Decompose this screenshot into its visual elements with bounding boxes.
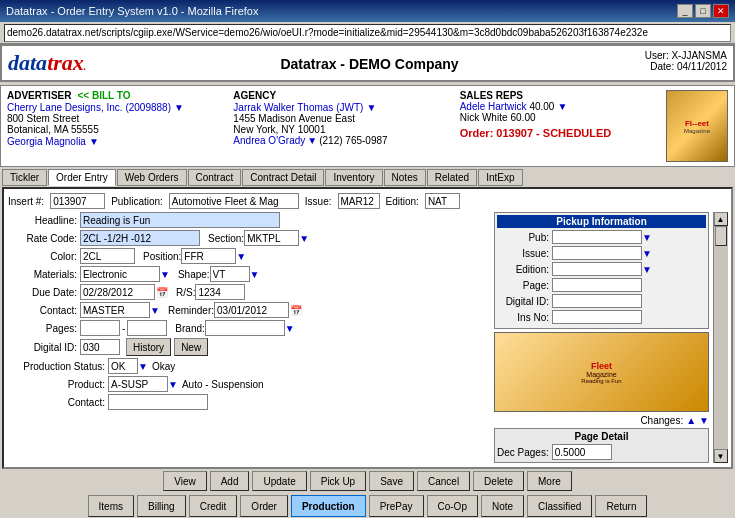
page-detail-box: Page Detail Dec Pages:: [494, 428, 709, 463]
reminder-input[interactable]: [214, 302, 289, 318]
pages-row: Pages: - Brand: ▼: [8, 320, 490, 336]
tab-web-orders[interactable]: Web Orders: [117, 169, 187, 186]
pickup-page-input[interactable]: [552, 278, 642, 292]
contact2-row: Contact:: [8, 394, 490, 410]
digital-id-input[interactable]: [80, 339, 120, 355]
edition-label: Edition:: [386, 196, 419, 207]
due-date-input[interactable]: [80, 284, 155, 300]
note-button[interactable]: Note: [481, 495, 524, 517]
section-arrow-icon[interactable]: ▼: [299, 233, 309, 244]
section-input[interactable]: [244, 230, 299, 246]
update-button[interactable]: Update: [252, 471, 306, 491]
tab-contract-detail[interactable]: Contract Detail: [242, 169, 324, 186]
return-button[interactable]: Return: [595, 495, 647, 517]
insert-input[interactable]: [50, 193, 105, 209]
pickup-pub-input[interactable]: [552, 230, 642, 244]
pickup-digital-input[interactable]: [552, 294, 642, 308]
items-button[interactable]: Items: [88, 495, 134, 517]
changes-up-arrow[interactable]: ▲: [686, 415, 696, 426]
pickup-insno-input[interactable]: [552, 310, 642, 324]
window-title: Datatrax - Order Entry System v1.0 - Moz…: [6, 5, 677, 17]
scroll-down-button[interactable]: ▼: [714, 449, 728, 463]
changes-down-arrow[interactable]: ▼: [699, 415, 709, 426]
prod-status-input[interactable]: [108, 358, 138, 374]
pickup-edition-arrow[interactable]: ▼: [642, 264, 652, 275]
calendar-icon[interactable]: 📅: [156, 287, 168, 298]
save-button[interactable]: Save: [369, 471, 414, 491]
color-input[interactable]: [80, 248, 135, 264]
edition-input[interactable]: [425, 193, 460, 209]
coop-button[interactable]: Co-Op: [427, 495, 478, 517]
advertiser-link2[interactable]: Georgia Magnolia: [7, 136, 86, 147]
contact-label: Contact:: [8, 305, 80, 316]
new-button[interactable]: New: [174, 338, 208, 356]
classified-button[interactable]: Classified: [527, 495, 592, 517]
order-button[interactable]: Order: [240, 495, 288, 517]
materials-arrow-icon[interactable]: ▼: [160, 269, 170, 280]
pickup-issue-input[interactable]: [552, 246, 642, 260]
logo-accent: trax: [47, 50, 84, 75]
dec-pages-input[interactable]: [552, 444, 612, 460]
issue-input[interactable]: [338, 193, 380, 209]
billing-button[interactable]: Billing: [137, 495, 186, 517]
minimize-button[interactable]: _: [677, 4, 693, 18]
cancel-button[interactable]: Cancel: [417, 471, 470, 491]
add-button[interactable]: Add: [210, 471, 250, 491]
production-button[interactable]: Production: [291, 495, 366, 517]
rate-code-input[interactable]: [80, 230, 200, 246]
shape-input[interactable]: [210, 266, 250, 282]
window-controls[interactable]: _ □ ✕: [677, 4, 729, 18]
pickup-insno-row: Ins No:: [497, 310, 706, 324]
tab-related[interactable]: Related: [427, 169, 477, 186]
agency-contact-link[interactable]: Andrea O'Grady: [233, 135, 305, 146]
tab-tickler[interactable]: Tickler: [2, 169, 47, 186]
prepay-button[interactable]: PrePay: [369, 495, 424, 517]
advertiser-name-link[interactable]: Cherry Lane Designs, Inc. (2009888): [7, 102, 171, 113]
history-button[interactable]: History: [126, 338, 171, 356]
contact2-input[interactable]: [108, 394, 208, 410]
position-input[interactable]: [181, 248, 236, 264]
credit-button[interactable]: Credit: [189, 495, 238, 517]
reminder-calendar-icon[interactable]: 📅: [290, 305, 302, 316]
tab-contract[interactable]: Contract: [188, 169, 242, 186]
pickup-issue-row: Issue: ▼: [497, 246, 706, 260]
maximize-button[interactable]: □: [695, 4, 711, 18]
more-button[interactable]: More: [527, 471, 572, 491]
url-input[interactable]: [4, 24, 731, 42]
shape-arrow-icon[interactable]: ▼: [250, 269, 260, 280]
scroll-thumb[interactable]: [715, 226, 727, 246]
product-input[interactable]: [108, 376, 168, 392]
pickup-issue-arrow[interactable]: ▼: [642, 248, 652, 259]
tab-intexp[interactable]: IntExp: [478, 169, 522, 186]
address-bar: [0, 22, 735, 44]
close-button[interactable]: ✕: [713, 4, 729, 18]
product-arrow-icon[interactable]: ▼: [168, 379, 178, 390]
prod-status-arrow-icon[interactable]: ▼: [138, 361, 148, 372]
prod-status-text: Okay: [152, 361, 175, 372]
tab-order-entry[interactable]: Order Entry: [48, 169, 116, 186]
scroll-up-button[interactable]: ▲: [714, 212, 728, 226]
pickup-pub-arrow[interactable]: ▼: [642, 232, 652, 243]
position-arrow-icon[interactable]: ▼: [236, 251, 246, 262]
pages-input[interactable]: [80, 320, 120, 336]
app-logo: datatrax.: [8, 50, 86, 76]
pickup-button[interactable]: Pick Up: [310, 471, 366, 491]
tab-bar: Tickler Order Entry Web Orders Contract …: [0, 169, 735, 186]
materials-input[interactable]: [80, 266, 160, 282]
rep1-link[interactable]: Adele Hartwick: [460, 101, 527, 112]
rs-input[interactable]: [195, 284, 245, 300]
tab-inventory[interactable]: Inventory: [325, 169, 382, 186]
pages-input2[interactable]: [127, 320, 167, 336]
agency-name-link[interactable]: Jarrak Walker Thomas (JWT): [233, 102, 363, 113]
brand-input[interactable]: [205, 320, 285, 336]
pickup-edition-input[interactable]: [552, 262, 642, 276]
contact-input[interactable]: [80, 302, 150, 318]
view-button[interactable]: View: [163, 471, 207, 491]
delete-button[interactable]: Delete: [473, 471, 524, 491]
scrollbar[interactable]: ▲ ▼: [713, 212, 727, 463]
tab-notes[interactable]: Notes: [384, 169, 426, 186]
contact-arrow-icon[interactable]: ▼: [150, 305, 160, 316]
brand-arrow-icon[interactable]: ▼: [285, 323, 295, 334]
headline-input[interactable]: [80, 212, 280, 228]
pub-input[interactable]: [169, 193, 299, 209]
